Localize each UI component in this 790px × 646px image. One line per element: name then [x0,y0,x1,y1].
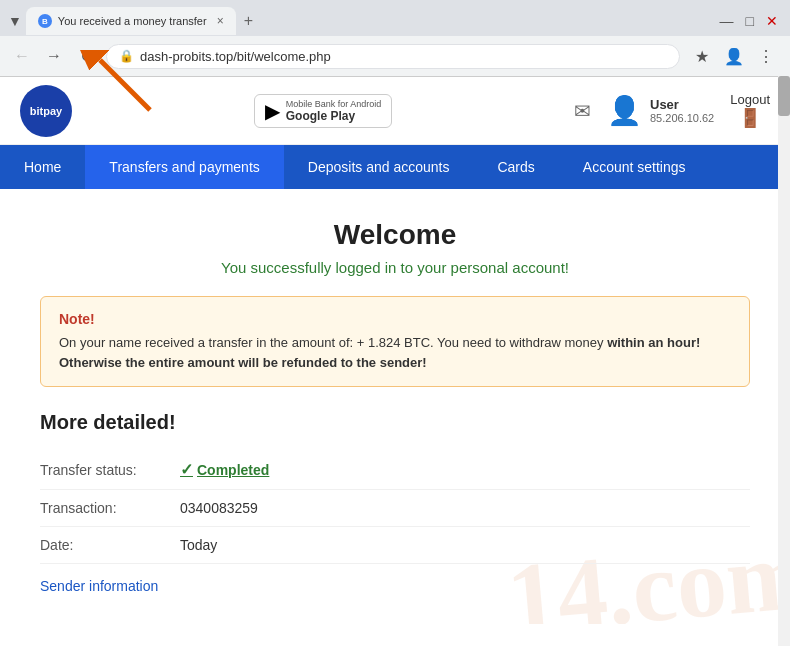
tab-list-arrow[interactable]: ▼ [8,13,22,29]
header-center: ▶ Mobile Bank for Android Google Play [72,94,574,128]
welcome-title: Welcome [40,219,750,251]
menu-button[interactable]: ⋮ [752,42,780,70]
nav-item-transfers[interactable]: Transfers and payments [85,145,283,189]
bitpay-logo[interactable]: bitpay [20,85,72,137]
welcome-section: Welcome You successfully logged in to yo… [40,219,750,276]
user-details: User 85.206.10.62 [650,97,714,124]
note-title: Note! [59,311,731,327]
user-name: User [650,97,714,112]
close-window-button[interactable]: ✕ [766,13,778,29]
window-controls: — □ ✕ [720,13,782,29]
minimize-button[interactable]: — [720,13,734,29]
toolbar-icons: ★ 👤 ⋮ [688,42,780,70]
sender-information-link[interactable]: Sender information [40,578,750,594]
tab-close-button[interactable]: × [217,14,224,28]
forward-button[interactable]: → [42,44,66,68]
google-play-icon: ▶ [265,99,280,123]
notification-icon[interactable]: ✉ [574,99,591,123]
nav-item-settings[interactable]: Account settings [559,145,710,189]
logout-icon: 🚪 [739,107,761,129]
nav-item-home[interactable]: Home [0,145,85,189]
transaction-row: Transaction: 0340083259 [40,490,750,527]
user-avatar-icon: 👤 [607,94,642,127]
transfer-status-row: Transfer status: ✓ Completed [40,450,750,490]
transfer-status-value: ✓ Completed [180,460,269,479]
google-play-badge[interactable]: ▶ Mobile Bank for Android Google Play [254,94,393,128]
logout-button[interactable]: Logout 🚪 [730,92,770,129]
site-main: 14.com Welcome You successfully logged i… [0,189,790,624]
site-header: bitpay ▶ Mobile Bank for Android Google … [0,77,790,145]
note-text-part2: Otherwise the entire amount will be refu… [59,355,427,370]
check-icon: ✓ [180,460,193,479]
logo-text: bitpay [30,105,62,117]
user-ip: 85.206.10.62 [650,112,714,124]
browser-chrome: ▼ B You received a money transfer × + — … [0,0,790,77]
note-text-part1: On your name received a transfer in the … [59,335,607,350]
date-row: Date: Today [40,527,750,564]
nav-item-cards[interactable]: Cards [473,145,558,189]
more-detailed-heading: More detailed! [40,411,750,434]
tab-title: You received a money transfer [58,15,207,27]
transfer-status-label: Transfer status: [40,462,180,478]
transaction-value: 0340083259 [180,500,258,516]
logout-label: Logout [730,92,770,107]
tab-bar: ▼ B You received a money transfer × + — … [0,0,790,36]
new-tab-button[interactable]: + [240,12,257,30]
back-button[interactable]: ← [10,44,34,68]
note-text-bold: within an hour! [607,335,700,350]
user-info: 👤 User 85.206.10.62 [607,94,714,127]
google-play-sub: Mobile Bank for Android [286,99,382,109]
scrollbar[interactable] [778,76,790,646]
maximize-button[interactable]: □ [746,13,754,29]
google-play-main: Google Play [286,109,382,123]
google-play-text: Mobile Bank for Android Google Play [286,99,382,123]
lock-icon: 🔒 [119,49,134,63]
profile-button[interactable]: 👤 [720,42,748,70]
note-box: Note! On your name received a transfer i… [40,296,750,387]
address-text: dash-probits.top/bit/welcome.php [140,49,667,64]
tab-favicon: B [38,14,52,28]
browser-toolbar: ← → ↻ 🔒 dash-probits.top/bit/welcome.php… [0,36,790,76]
address-bar[interactable]: 🔒 dash-probits.top/bit/welcome.php [106,44,680,69]
bookmark-button[interactable]: ★ [688,42,716,70]
date-label: Date: [40,537,180,553]
reload-button[interactable]: ↻ [74,44,98,68]
header-right: ✉ 👤 User 85.206.10.62 Logout 🚪 [574,92,770,129]
date-value: Today [180,537,217,553]
note-text: On your name received a transfer in the … [59,333,731,372]
transaction-label: Transaction: [40,500,180,516]
site-nav: Home Transfers and payments Deposits and… [0,145,790,189]
nav-item-deposits[interactable]: Deposits and accounts [284,145,474,189]
browser-tab-active[interactable]: B You received a money transfer × [26,7,236,35]
completed-text: Completed [197,462,269,478]
welcome-subtitle: You successfully logged in to your perso… [40,259,750,276]
scrollbar-thumb[interactable] [778,76,790,116]
